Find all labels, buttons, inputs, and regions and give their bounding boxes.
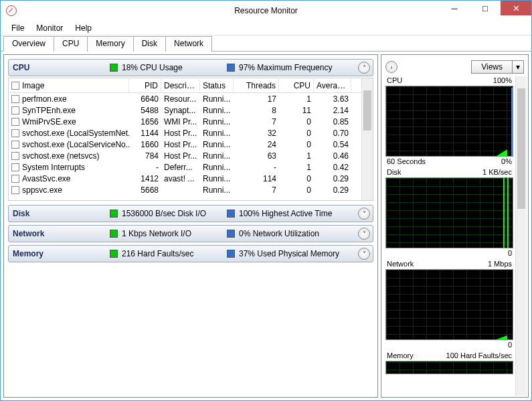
- tab-network[interactable]: Network: [165, 36, 212, 52]
- expand-memory-button[interactable]: ˅: [358, 248, 370, 260]
- row-checkbox[interactable]: [11, 95, 19, 103]
- graph-cpu-max: 100%: [493, 76, 512, 84]
- minimize-button[interactable]: ─: [439, 1, 470, 15]
- net-io-icon: [110, 230, 118, 238]
- row-cpu: 0: [279, 174, 314, 183]
- cpu-title: CPU: [13, 63, 110, 72]
- table-row[interactable]: svchost.exe (netsvcs)784Host Pr...Runni.…: [9, 150, 373, 161]
- graph-disk-max: 1 KB/sec: [482, 168, 512, 176]
- row-status: Runni...: [200, 174, 234, 183]
- table-row[interactable]: sppsvc.exe5668Runni...700.29: [9, 184, 373, 195]
- views-button[interactable]: Views ▾: [471, 60, 524, 74]
- row-checkbox[interactable]: [11, 186, 19, 194]
- row-image: perfmon.exe: [22, 94, 67, 104]
- close-button[interactable]: ✕: [501, 1, 531, 15]
- row-checkbox[interactable]: [11, 175, 19, 183]
- graphs-scrollbar[interactable]: [515, 76, 527, 396]
- row-status: Runni...: [200, 94, 234, 104]
- disk-io-icon: [110, 210, 118, 218]
- row-cpu: 0: [279, 129, 314, 138]
- row-desc: WMI Pr...: [161, 117, 200, 127]
- graphs-scrollbar-thumb[interactable]: [517, 88, 525, 209]
- memory-section-header[interactable]: Memory 216 Hard Faults/sec 37% Used Phys…: [8, 245, 373, 262]
- row-status: Runni...: [200, 151, 234, 161]
- row-image: svchost.exe (LocalSystemNet...: [22, 129, 129, 138]
- row-image: AvastSvc.exe: [22, 174, 70, 183]
- menu-file[interactable]: File: [6, 22, 29, 34]
- col-desc[interactable]: Descrip...: [161, 79, 200, 92]
- expand-network-button[interactable]: ˅: [358, 228, 370, 240]
- collapse-graphs-button[interactable]: ›: [385, 61, 397, 73]
- cpu-freq-icon: [227, 64, 235, 72]
- views-dropdown-icon[interactable]: ▾: [513, 60, 524, 74]
- tab-memory[interactable]: Memory: [87, 36, 133, 52]
- row-threads: 63: [234, 151, 279, 161]
- row-pid: 784: [129, 151, 161, 161]
- app-icon: [6, 5, 17, 16]
- row-desc: Deferr...: [161, 163, 200, 172]
- row-avg: 0.54: [314, 140, 351, 149]
- row-cpu: 1: [279, 94, 314, 104]
- row-threads: -: [234, 163, 279, 172]
- menu-monitor[interactable]: Monitor: [31, 22, 68, 34]
- tab-disk[interactable]: Disk: [133, 36, 166, 52]
- table-row[interactable]: AvastSvc.exe1412avast! ...Runni...11400.…: [9, 173, 373, 184]
- row-checkbox[interactable]: [11, 163, 19, 171]
- tabs: Overview CPU Memory Disk Network: [1, 35, 531, 52]
- table-row[interactable]: SynTPEnh.exe5488Synapt...Runni...8112.14: [9, 104, 373, 116]
- mem-used-icon: [227, 250, 235, 258]
- views-label[interactable]: Views: [471, 60, 513, 74]
- row-image: System Interrupts: [22, 163, 85, 172]
- cpu-usage: 18% CPU Usage: [122, 63, 183, 72]
- scrollbar-thumb[interactable]: [363, 90, 371, 131]
- cpu-usage-icon: [110, 64, 118, 72]
- row-pid: 1412: [129, 174, 161, 183]
- row-checkbox[interactable]: [11, 152, 19, 160]
- col-image[interactable]: Image: [9, 79, 129, 92]
- window-controls: ─ □ ✕: [439, 1, 531, 15]
- row-image: sppsvc.exe: [22, 185, 62, 195]
- row-checkbox[interactable]: [11, 118, 19, 126]
- graph-cpu-min: 0%: [501, 157, 512, 165]
- row-checkbox[interactable]: [11, 129, 19, 137]
- collapse-cpu-button[interactable]: ˄: [358, 62, 370, 74]
- row-cpu: 1: [279, 163, 314, 172]
- row-checkbox[interactable]: [11, 141, 19, 149]
- row-desc: Resour...: [161, 94, 200, 104]
- net-util-icon: [227, 230, 235, 238]
- cpu-section-header[interactable]: CPU 18% CPU Usage 97% Maximum Frequency …: [8, 59, 373, 76]
- maximize-button[interactable]: □: [470, 1, 501, 15]
- col-status[interactable]: Status: [200, 79, 234, 92]
- tab-overview[interactable]: Overview: [3, 36, 54, 52]
- tab-cpu[interactable]: CPU: [54, 36, 88, 52]
- row-threads: 17: [234, 94, 279, 104]
- table-row[interactable]: svchost.exe (LocalServiceNo...1660Host P…: [9, 139, 373, 150]
- table-header: Image PID Descrip... Status Threads CPU …: [9, 78, 373, 93]
- expand-disk-button[interactable]: ˅: [358, 208, 370, 220]
- titlebar[interactable]: Resource Monitor ─ □ ✕: [1, 1, 531, 21]
- network-section-header[interactable]: Network 1 Kbps Network I/O 0% Network Ut…: [8, 225, 373, 242]
- table-row[interactable]: perfmon.exe6640Resour...Runni...1713.63: [9, 93, 373, 104]
- table-row[interactable]: svchost.exe (LocalSystemNet...1144Host P…: [9, 127, 373, 139]
- col-pid[interactable]: PID: [129, 79, 161, 92]
- graph-net-max: 1 Mbps: [488, 260, 512, 268]
- col-cpu[interactable]: CPU: [279, 79, 314, 92]
- graph-disk-min: 0: [508, 249, 512, 257]
- row-threads: 32: [234, 129, 279, 138]
- mem-used: 37% Used Physical Memory: [239, 249, 339, 258]
- disk-section-header[interactable]: Disk 1536000 B/sec Disk I/O 100% Highest…: [8, 205, 373, 222]
- col-avg[interactable]: Averag...: [314, 79, 351, 92]
- menu-help[interactable]: Help: [70, 22, 97, 34]
- row-threads: 24: [234, 140, 279, 149]
- disk-title: Disk: [13, 209, 110, 218]
- graph-mem-title: Memory: [387, 351, 414, 359]
- col-threads[interactable]: Threads: [234, 79, 279, 92]
- net-util: 0% Network Utilization: [239, 229, 319, 238]
- table-row[interactable]: System Interrupts-Deferr...Runni...-10.4…: [9, 161, 373, 173]
- row-checkbox[interactable]: [11, 106, 19, 114]
- row-status: Runni...: [200, 163, 234, 172]
- select-all-checkbox[interactable]: [11, 82, 19, 90]
- row-pid: 1144: [129, 129, 161, 138]
- table-row[interactable]: WmiPrvSE.exe1656WMI Pr...Runni...700.85: [9, 116, 373, 127]
- table-scrollbar[interactable]: [361, 78, 373, 200]
